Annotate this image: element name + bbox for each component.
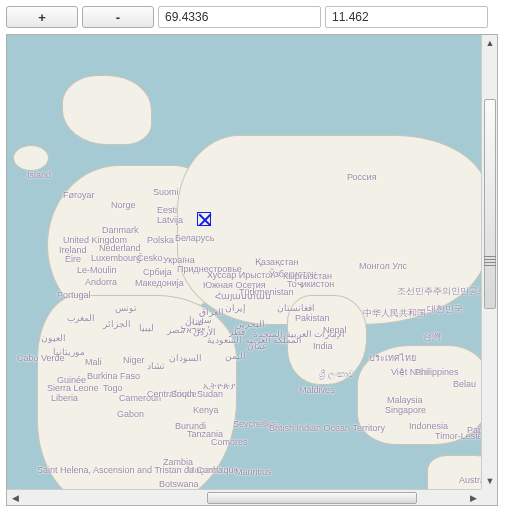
toolbar: + - (6, 6, 500, 28)
land-iceland (13, 145, 49, 171)
scroll-left-arrow[interactable]: ◀ (7, 490, 23, 506)
map-marker (197, 212, 211, 226)
vertical-scrollbar[interactable]: ▲ ▼ (481, 35, 497, 489)
zoom-out-button[interactable]: - (82, 6, 154, 28)
land-sea (357, 345, 481, 445)
horizontal-scrollbar[interactable]: ◀ ▶ (7, 489, 481, 505)
map-viewport[interactable]: ÍslandFøroyarSuomiРоссияNorgeEestiLatvij… (7, 35, 481, 489)
land-greenland (62, 75, 152, 145)
longitude-input[interactable] (325, 6, 488, 28)
scroll-corner (481, 489, 497, 505)
scroll-right-arrow[interactable]: ▶ (465, 490, 481, 506)
land-australia (427, 455, 481, 489)
vertical-scroll-thumb[interactable] (484, 99, 496, 309)
zoom-in-button[interactable]: + (6, 6, 78, 28)
scroll-up-arrow[interactable]: ▲ (482, 35, 498, 51)
horizontal-scroll-thumb[interactable] (207, 492, 417, 504)
map-canvas: ÍslandFøroyarSuomiРоссияNorgeEestiLatvij… (7, 35, 481, 489)
map-frame: ÍslandFøroyarSuomiРоссияNorgeEestiLatvij… (6, 34, 498, 506)
land-india (287, 295, 367, 385)
land-africa (37, 295, 237, 489)
scroll-down-arrow[interactable]: ▼ (482, 473, 498, 489)
latitude-input[interactable] (158, 6, 321, 28)
vertical-scroll-grip (484, 256, 496, 268)
